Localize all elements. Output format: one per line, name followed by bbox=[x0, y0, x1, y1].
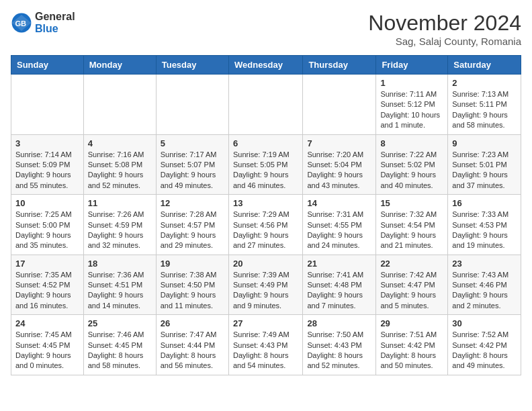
day-info: Sunrise: 7:28 AM Sunset: 4:57 PM Dayligh… bbox=[161, 210, 224, 251]
day-number: 8 bbox=[380, 138, 443, 148]
calendar-week-row: 17Sunrise: 7:35 AM Sunset: 4:52 PM Dayli… bbox=[11, 255, 521, 315]
day-number: 12 bbox=[161, 198, 224, 208]
day-info: Sunrise: 7:42 AM Sunset: 4:47 PM Dayligh… bbox=[380, 270, 443, 312]
day-number: 6 bbox=[233, 138, 298, 148]
day-number: 23 bbox=[452, 259, 517, 269]
weekday-header: Sunday bbox=[11, 56, 84, 75]
day-number: 18 bbox=[88, 259, 152, 269]
title-block: November 2024 Sag, Salaj County, Romania bbox=[368, 11, 521, 47]
calendar-cell: 29Sunrise: 7:51 AM Sunset: 4:42 PM Dayli… bbox=[376, 315, 448, 375]
calendar-cell: 5Sunrise: 7:17 AM Sunset: 5:07 PM Daylig… bbox=[156, 134, 228, 195]
day-number: 22 bbox=[380, 259, 443, 269]
calendar-cell: 20Sunrise: 7:39 AM Sunset: 4:49 PM Dayli… bbox=[228, 255, 302, 315]
day-info: Sunrise: 7:14 AM Sunset: 5:09 PM Dayligh… bbox=[15, 150, 79, 191]
day-info: Sunrise: 7:19 AM Sunset: 5:05 PM Dayligh… bbox=[233, 150, 298, 191]
weekday-header: Saturday bbox=[448, 56, 521, 75]
calendar-cell: 22Sunrise: 7:42 AM Sunset: 4:47 PM Dayli… bbox=[376, 255, 448, 315]
day-number: 10 bbox=[15, 198, 79, 208]
weekday-header: Tuesday bbox=[156, 56, 228, 75]
day-info: Sunrise: 7:52 AM Sunset: 4:42 PM Dayligh… bbox=[452, 330, 517, 371]
calendar-cell bbox=[83, 75, 156, 135]
day-info: Sunrise: 7:51 AM Sunset: 4:42 PM Dayligh… bbox=[380, 330, 443, 371]
day-number: 1 bbox=[380, 78, 443, 88]
calendar-cell: 6Sunrise: 7:19 AM Sunset: 5:05 PM Daylig… bbox=[228, 134, 302, 195]
page-header: GB General Blue November 2024 Sag, Salaj… bbox=[11, 11, 521, 47]
calendar-cell bbox=[228, 75, 302, 135]
calendar-cell: 10Sunrise: 7:25 AM Sunset: 5:00 PM Dayli… bbox=[11, 195, 84, 255]
day-info: Sunrise: 7:13 AM Sunset: 5:11 PM Dayligh… bbox=[452, 89, 517, 131]
day-number: 9 bbox=[452, 138, 517, 148]
calendar-cell bbox=[156, 75, 228, 135]
day-info: Sunrise: 7:33 AM Sunset: 4:53 PM Dayligh… bbox=[452, 210, 517, 251]
calendar-cell: 12Sunrise: 7:28 AM Sunset: 4:57 PM Dayli… bbox=[156, 195, 228, 255]
logo-general: General bbox=[35, 11, 75, 23]
day-number: 14 bbox=[307, 198, 371, 208]
calendar-cell: 14Sunrise: 7:31 AM Sunset: 4:55 PM Dayli… bbox=[303, 195, 376, 255]
weekday-header-row: SundayMondayTuesdayWednesdayThursdayFrid… bbox=[11, 56, 521, 75]
calendar-table: SundayMondayTuesdayWednesdayThursdayFrid… bbox=[11, 55, 521, 375]
calendar-cell: 13Sunrise: 7:29 AM Sunset: 4:56 PM Dayli… bbox=[228, 195, 302, 255]
calendar-cell: 8Sunrise: 7:22 AM Sunset: 5:02 PM Daylig… bbox=[376, 134, 448, 195]
day-info: Sunrise: 7:20 AM Sunset: 5:04 PM Dayligh… bbox=[307, 150, 371, 191]
calendar-cell: 17Sunrise: 7:35 AM Sunset: 4:52 PM Dayli… bbox=[11, 255, 84, 315]
day-info: Sunrise: 7:31 AM Sunset: 4:55 PM Dayligh… bbox=[307, 210, 371, 251]
calendar-cell: 27Sunrise: 7:49 AM Sunset: 4:43 PM Dayli… bbox=[228, 315, 302, 375]
svg-text:GB: GB bbox=[15, 19, 26, 27]
calendar-cell: 18Sunrise: 7:36 AM Sunset: 4:51 PM Dayli… bbox=[83, 255, 156, 315]
day-info: Sunrise: 7:43 AM Sunset: 4:46 PM Dayligh… bbox=[452, 270, 517, 312]
day-info: Sunrise: 7:35 AM Sunset: 4:52 PM Dayligh… bbox=[15, 270, 79, 312]
calendar-cell bbox=[303, 75, 376, 135]
day-number: 29 bbox=[380, 318, 443, 328]
day-number: 27 bbox=[233, 318, 298, 328]
day-number: 21 bbox=[307, 259, 371, 269]
calendar-cell: 2Sunrise: 7:13 AM Sunset: 5:11 PM Daylig… bbox=[448, 75, 521, 135]
day-info: Sunrise: 7:49 AM Sunset: 4:43 PM Dayligh… bbox=[233, 330, 298, 371]
day-info: Sunrise: 7:11 AM Sunset: 5:12 PM Dayligh… bbox=[380, 89, 443, 131]
day-number: 28 bbox=[307, 318, 371, 328]
calendar-cell: 21Sunrise: 7:41 AM Sunset: 4:48 PM Dayli… bbox=[303, 255, 376, 315]
day-number: 5 bbox=[161, 138, 224, 148]
calendar-cell: 25Sunrise: 7:46 AM Sunset: 4:45 PM Dayli… bbox=[83, 315, 156, 375]
calendar-cell: 3Sunrise: 7:14 AM Sunset: 5:09 PM Daylig… bbox=[11, 134, 84, 195]
calendar-cell: 11Sunrise: 7:26 AM Sunset: 4:59 PM Dayli… bbox=[83, 195, 156, 255]
calendar-cell: 24Sunrise: 7:45 AM Sunset: 4:45 PM Dayli… bbox=[11, 315, 84, 375]
calendar-cell: 23Sunrise: 7:43 AM Sunset: 4:46 PM Dayli… bbox=[448, 255, 521, 315]
main-title: November 2024 bbox=[368, 11, 521, 36]
calendar-week-row: 24Sunrise: 7:45 AM Sunset: 4:45 PM Dayli… bbox=[11, 315, 521, 375]
day-info: Sunrise: 7:26 AM Sunset: 4:59 PM Dayligh… bbox=[88, 210, 152, 251]
day-info: Sunrise: 7:22 AM Sunset: 5:02 PM Dayligh… bbox=[380, 150, 443, 191]
weekday-header: Monday bbox=[83, 56, 156, 75]
calendar-cell: 1Sunrise: 7:11 AM Sunset: 5:12 PM Daylig… bbox=[376, 75, 448, 135]
day-info: Sunrise: 7:46 AM Sunset: 4:45 PM Dayligh… bbox=[88, 330, 152, 371]
day-number: 20 bbox=[233, 259, 298, 269]
calendar-cell: 28Sunrise: 7:50 AM Sunset: 4:43 PM Dayli… bbox=[303, 315, 376, 375]
logo-blue: Blue bbox=[35, 23, 75, 35]
calendar-cell: 7Sunrise: 7:20 AM Sunset: 5:04 PM Daylig… bbox=[303, 134, 376, 195]
day-info: Sunrise: 7:47 AM Sunset: 4:44 PM Dayligh… bbox=[161, 330, 224, 371]
day-number: 25 bbox=[88, 318, 152, 328]
day-info: Sunrise: 7:16 AM Sunset: 5:08 PM Dayligh… bbox=[88, 150, 152, 191]
day-info: Sunrise: 7:38 AM Sunset: 4:50 PM Dayligh… bbox=[161, 270, 224, 312]
day-number: 13 bbox=[233, 198, 298, 208]
logo: GB General Blue bbox=[11, 11, 75, 34]
day-number: 24 bbox=[15, 318, 79, 328]
logo-icon: GB bbox=[11, 12, 32, 34]
subtitle: Sag, Salaj County, Romania bbox=[368, 36, 521, 47]
day-number: 17 bbox=[15, 259, 79, 269]
day-number: 30 bbox=[452, 318, 517, 328]
calendar-cell: 19Sunrise: 7:38 AM Sunset: 4:50 PM Dayli… bbox=[156, 255, 228, 315]
calendar-cell bbox=[11, 75, 84, 135]
day-info: Sunrise: 7:17 AM Sunset: 5:07 PM Dayligh… bbox=[161, 150, 224, 191]
calendar-cell: 26Sunrise: 7:47 AM Sunset: 4:44 PM Dayli… bbox=[156, 315, 228, 375]
calendar-week-row: 3Sunrise: 7:14 AM Sunset: 5:09 PM Daylig… bbox=[11, 134, 521, 195]
day-number: 7 bbox=[307, 138, 371, 148]
calendar-cell: 4Sunrise: 7:16 AM Sunset: 5:08 PM Daylig… bbox=[83, 134, 156, 195]
day-info: Sunrise: 7:41 AM Sunset: 4:48 PM Dayligh… bbox=[307, 270, 371, 312]
day-info: Sunrise: 7:36 AM Sunset: 4:51 PM Dayligh… bbox=[88, 270, 152, 312]
weekday-header: Friday bbox=[376, 56, 448, 75]
day-info: Sunrise: 7:25 AM Sunset: 5:00 PM Dayligh… bbox=[15, 210, 79, 251]
day-number: 11 bbox=[88, 198, 152, 208]
day-number: 2 bbox=[452, 78, 517, 88]
calendar-cell: 9Sunrise: 7:23 AM Sunset: 5:01 PM Daylig… bbox=[448, 134, 521, 195]
day-info: Sunrise: 7:45 AM Sunset: 4:45 PM Dayligh… bbox=[15, 330, 79, 371]
